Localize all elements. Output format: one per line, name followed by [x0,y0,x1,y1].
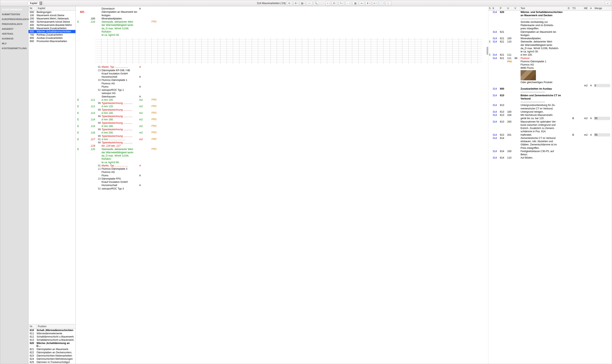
table-row[interactable]: 314800Zusatzarbeiten im Ausbau [488,87,612,91]
darkmode-button[interactable]: ☾ [386,1,391,5]
table-row[interactable]: Preis inbegriffen. [488,146,612,150]
sidebar-item[interactable]: KURZPREISVERGLEICH [0,17,28,22]
kapitel-row[interactable]: 800Ausbau:Zusatzarbeiten [28,36,76,40]
sidebar-item[interactable]: AUSMASS [0,36,28,41]
table-row[interactable]: festigen. [488,34,612,37]
table-row[interactable]: E314621111d mm 100. [488,53,612,56]
sidebar-item[interactable]: VERTRAG [0,31,28,36]
info-button[interactable]: i▾ [307,1,312,5]
filter-button[interactable]: ▼▾ [365,1,371,5]
table-row[interactable]: 314620Wärme- und Schalldämmschichten [488,11,612,14]
table-row[interactable]: bund zwischen Untergrund und [488,123,612,127]
document-button[interactable]: 📄▾ [379,1,384,5]
position-row[interactable]: 622Dämmplatten an Deckenunters. [28,351,76,354]
edit-button[interactable]: ✎▾ [339,1,344,5]
detail-panel[interactable]: DürrenäschA621Dämmplatten an Mauerwerk b… [76,6,488,364]
kapitel-row[interactable]: 500Mauerwerk:Zusatzarbeiten [28,27,76,30]
kapitel-row[interactable]: 900Provisorien:Maurerarbeiten [28,40,76,43]
table-row[interactable]: an Mauerwerk und Decken [488,14,612,17]
add-button[interactable]: ＋▾ [325,1,331,5]
table-row[interactable]: Flumroc AG [488,63,612,66]
table-row[interactable]: Beton. [488,153,612,156]
table-row[interactable]: preis inbegriffen. [488,27,612,30]
sidebar-item[interactable]: KOSTENERMITTLUNG [0,46,28,51]
kapitel-row[interactable]: 100Mauerwerk künstl.Steine [28,14,76,17]
table-row[interactable]: ----------------------------- [488,17,612,20]
sidebar-item[interactable]: PREISVERGLEICH [0,22,28,26]
table-row[interactable]: te ca. kg/m3 30. [488,50,612,53]
download-button[interactable]: ⬇▾ [287,1,293,5]
fullscreen-button[interactable]: ⤢ [605,1,611,5]
table-row[interactable]: m2A0 [488,84,612,87]
kapitel-list[interactable]: 000Bedingungen100Mauerwerk künstl.Steine… [28,11,76,324]
spec-table-body[interactable]: 314620Wärme- und Schalldämmschichtenan M… [488,11,612,364]
table-row[interactable]: 314813Untergrundvorbereitung für Ze- [488,104,612,107]
position-row[interactable]: 612Schalldämmschicht u.Mauerwerk [28,335,76,338]
position-row[interactable]: 623Dämmschichten:Nebenarbeiten [28,354,76,357]
table-row[interactable]: 31462111199Flumroc [488,57,612,60]
search-button[interactable]: 🔍 [313,1,319,5]
table-row[interactable]: 314621100Mineralwollplatten. [488,37,612,40]
table-row[interactable]: 314813200Massnahmen für optimalen Ver- [488,120,612,123]
table-row[interactable]: Oder gleichwertiges Produkt [488,81,612,84]
position-list[interactable]: 610Schall-,Wärmedämmschichten611Wärmedäm… [28,329,76,364]
table-row[interactable]: 314813201Haftmittel.Bm2A55 [488,133,612,136]
table-row[interactable]: Glätten. Zementschlämme ist im [488,143,612,146]
table-row[interactable]: Estrich. Zusätzlich zu Zement- [488,127,612,130]
position-row[interactable]: 611Wärmedämmelemente [28,332,76,335]
product-image [520,70,536,80]
scrollbar[interactable] [487,47,488,55]
table-row[interactable]: ----------------------------- [488,100,612,104]
kapitel-row[interactable]: 700Rohbau:Zusatzarbeiten [28,33,76,36]
kapitel-row[interactable]: 000Bedingungen [28,11,76,14]
table-row[interactable]: ----------------------------- [488,91,612,94]
table-row[interactable]: einbauen, inkl. Abziehen und [488,140,612,143]
kapitel-row[interactable]: 400Sichtmauerwerk,Bauteile:Mehrl. [28,24,76,27]
kapitel-row[interactable]: 600Wärme-,Schalldämmschichten [28,30,76,33]
table-row[interactable]: 314813104Mit Hochdruck-Wasserstrahl- [488,114,612,117]
sidebar-item[interactable]: SUBMITTENTEN [0,12,28,17]
table-row[interactable]: Verbund [488,97,612,100]
brush-button[interactable]: ✏▾ [372,1,378,5]
export-button[interactable]: ⇥▾ [359,1,365,5]
settings-button[interactable]: ⚙▾ [293,1,299,5]
import-button[interactable]: ⬇▾ [332,1,337,5]
detail-row: E.111d mm 100.m2PRD [76,98,488,102]
detail-row: .118bis .119 wie .117 [76,144,488,147]
kapitel-dropdown[interactable]: Kapitel ⇅ [28,1,43,5]
kapitel-row[interactable]: 300Sichtmauerwerk künstl.Steine [28,20,76,24]
sidebar-item[interactable]: MLV [0,41,28,46]
position-row[interactable]: 625Dämmen m.Trockenschüttgut [28,361,76,364]
table-row[interactable]: gerät bis ca. bar 120.Bm2A55 [488,117,612,120]
table-row[interactable]: 314814100Festigkeitsklasse C30-F5, auf [488,150,612,153]
position-row[interactable]: 624Dämmschichten:Mehrleistungen [28,357,76,361]
table-row[interactable]: E314621110Steinwolle, deklarierter Wert [488,40,612,43]
detail-row: festigen. [76,14,488,17]
position-row[interactable]: 610Schall-,Wärmedämmschichten [28,329,76,332]
table-row[interactable]: Schnitte rechtwinklig zur [488,20,612,24]
table-row[interactable]: der Wärmeleitfähigkeit lamb- [488,43,612,47]
table-button[interactable]: ▦ [352,1,358,5]
table-row[interactable]: 314810Böden und Zementestriche CT im [488,94,612,97]
table-row[interactable]: Plattenkante sind im Einheits- [488,24,612,27]
table-row[interactable]: PRDFlumroc-Dämmplatte 1 [488,60,612,63]
grid-button[interactable]: ▦▾ [300,1,306,5]
position-row[interactable]: 613Schalldämmschicht a.Mauerwerk [28,338,76,341]
position-row[interactable]: 620Wärme-,Schalldämmung an D… [28,341,76,348]
table-row[interactable]: 314814110Auf Böden. [488,156,612,159]
sidebar-item[interactable]: AUSSCHREIBUNG [0,7,28,12]
table-row[interactable]: 314814Zementestriche CT im Verbund [488,136,612,140]
detail-row: te ca. kg/m3 30. [76,33,488,37]
position-row[interactable]: 621Dämmplatten an Mauerwerk [28,348,76,351]
sidebar-item[interactable]: ANGEBOT [0,26,28,31]
table-row[interactable]: 314621Dämmplatten an Mauerwerk be- [488,30,612,34]
table-row[interactable]: da_D max. W/mK 0,036, Rohdich- [488,47,612,50]
table-row[interactable]: 8890 Flums [488,66,612,70]
kapitel-row[interactable]: 200Mauerwerk:Mehrl.,Nebenarb. [28,17,76,20]
remove-button[interactable]: －▾ [346,1,351,5]
table-row[interactable]: schlämme in Pos. 814. [488,130,612,133]
detail-row: 99Typenbezeichnung ............. [76,121,488,125]
detail-row: 23Dämmplatte FPS [76,177,488,180]
table-row[interactable]: mentestriche CT im Verbund. [488,107,612,110]
table-row[interactable]: 314813100Untergrund reinigen. [488,110,612,114]
